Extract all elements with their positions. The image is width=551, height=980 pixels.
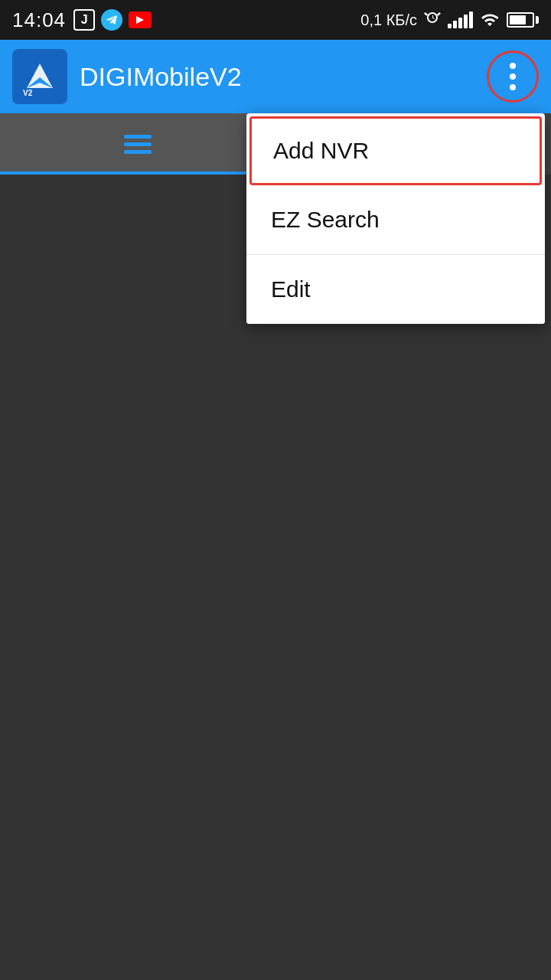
dropdown-overlay[interactable]: Add NVR EZ Search Edit: [0, 0, 551, 980]
dropdown-menu: Add NVR EZ Search Edit: [246, 113, 545, 324]
menu-item-ez-search[interactable]: EZ Search: [246, 185, 545, 255]
menu-item-edit[interactable]: Edit: [246, 255, 545, 324]
menu-item-add-nvr[interactable]: Add NVR: [249, 116, 542, 185]
